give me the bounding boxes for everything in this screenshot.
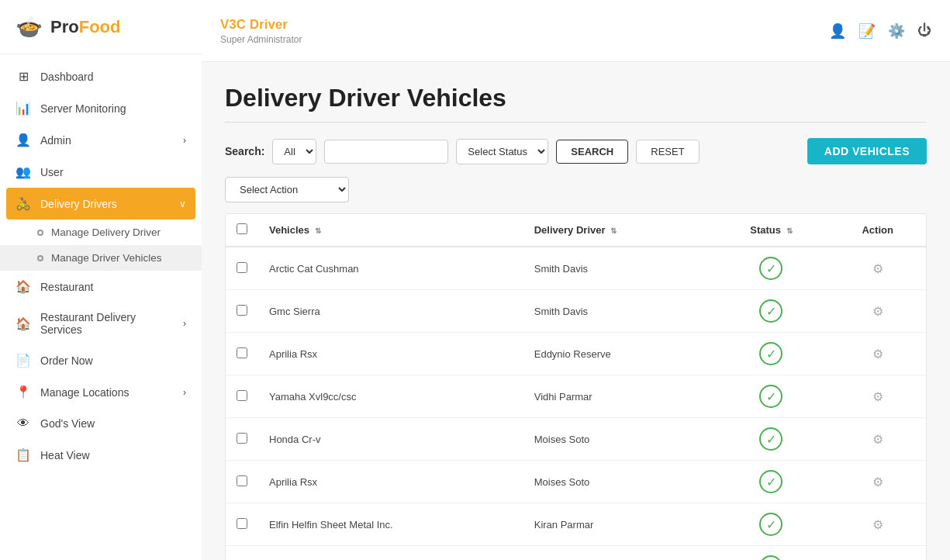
action-cell: ⚙: [829, 503, 926, 546]
status-badge: ✓: [759, 299, 782, 323]
sidebar-navigation: ⊞ Dashboard 📊 Server Monitoring 👤 Admin …: [0, 54, 202, 477]
vehicle-name: Aprilia Rsx: [258, 333, 523, 375]
search-input[interactable]: [324, 140, 448, 164]
delivery-drivers-icon: 🚴: [16, 196, 31, 211]
sidebar-item-label: Dashboard: [40, 71, 186, 83]
status-cell: ✓: [713, 290, 829, 333]
table-row: Gmc Sierra Smith Davis ✓ ⚙: [226, 290, 926, 333]
vehicle-name: Aprilia Rsx: [258, 461, 523, 503]
sidebar-item-label: User: [40, 166, 186, 178]
chevron-right-icon: ›: [183, 318, 186, 329]
sidebar-item-label: Server Monitoring: [40, 102, 186, 115]
sidebar-item-label: Admin: [40, 134, 174, 147]
gear-icon[interactable]: ⚙: [866, 257, 890, 280]
sidebar-item-server-monitoring[interactable]: 📊 Server Monitoring: [0, 92, 202, 124]
gear-icon[interactable]: ⚙: [866, 299, 890, 323]
driver-name: Vidhi Parmar: [523, 375, 713, 418]
restaurant-icon: 🏠: [16, 279, 31, 294]
sidebar-item-delivery-drivers[interactable]: 🚴 Delivery Drivers ∨: [6, 188, 195, 220]
sidebar-item-manage-delivery-driver[interactable]: Manage Delivery Driver: [0, 220, 202, 245]
row-checkbox[interactable]: [237, 262, 247, 273]
topbar-title: V3C Driver: [220, 17, 302, 33]
sidebar-item-manage-locations[interactable]: 📍 Manage Locations ›: [0, 376, 202, 408]
table-row: Aprilia Rsx Nyles Johnson ✓ ⚙: [226, 546, 926, 561]
sidebar-item-label: Delivery Drivers: [40, 198, 170, 210]
select-all-checkbox[interactable]: [237, 223, 247, 234]
sidebar-item-label: Order Now: [40, 354, 186, 367]
status-badge: ✓: [759, 555, 782, 560]
row-checkbox-cell: [226, 247, 258, 290]
gods-view-icon: 👁: [16, 417, 31, 430]
rds-icon: 🏠: [16, 316, 31, 331]
row-checkbox[interactable]: [237, 390, 247, 401]
status-badge: ✓: [759, 342, 782, 365]
row-checkbox[interactable]: [237, 518, 247, 529]
search-button[interactable]: SEARCH: [556, 140, 628, 164]
sidebar-item-dashboard[interactable]: ⊞ Dashboard: [0, 60, 202, 92]
gear-icon[interactable]: ⚙: [866, 513, 890, 536]
vehicle-name: Elfin Helfin Sheet Metal Inc.: [258, 503, 523, 546]
logo: 🍲 ProFood: [0, 0, 202, 54]
user-icon: 👥: [16, 164, 31, 179]
table-header: Vehicles ⇅ Delivery Driver ⇅ Status ⇅ Ac…: [226, 214, 926, 247]
sidebar-item-label: God's View: [40, 417, 186, 430]
vehicle-name: Gmc Sierra: [258, 290, 523, 333]
action-cell: ⚙: [829, 247, 926, 290]
gear-icon[interactable]: ⚙: [866, 555, 890, 560]
row-checkbox-cell: [226, 461, 258, 503]
sidebar-item-user[interactable]: 👥 User: [0, 156, 202, 188]
status-select[interactable]: Select Status Active Inactive: [456, 139, 548, 164]
gear-icon[interactable]: ⚙: [866, 427, 890, 451]
action-cell: ⚙: [829, 333, 926, 375]
topbar-user-info: V3C Driver Super Administrator: [220, 17, 302, 45]
vehicle-name: Aprilia Rsx: [258, 546, 523, 561]
status-badge: ✓: [759, 470, 782, 493]
search-label: Search:: [225, 145, 264, 157]
sidebar-item-restaurant[interactable]: 🏠 Restaurant: [0, 271, 202, 302]
driver-name: Moises Soto: [523, 418, 713, 461]
search-filter-select[interactable]: All: [272, 139, 316, 164]
sidebar-item-label: Heat View: [40, 449, 186, 461]
gear-icon[interactable]: ⚙: [866, 385, 890, 408]
table-row: Honda Cr-v Moises Soto ✓ ⚙: [226, 418, 926, 461]
row-checkbox[interactable]: [237, 433, 247, 444]
driver-name: Nyles Johnson: [523, 546, 713, 561]
gear-icon[interactable]: ⚙: [866, 470, 890, 493]
sort-icon: ⇅: [315, 226, 321, 235]
settings-icon[interactable]: ⚙️: [888, 22, 905, 40]
add-vehicles-button[interactable]: ADD VEHICLES: [807, 138, 927, 164]
status-badge: ✓: [759, 257, 782, 280]
logout-icon[interactable]: ⏻: [917, 22, 931, 39]
sidebar-item-restaurant-delivery-services[interactable]: 🏠 Restaurant Delivery Services ›: [0, 302, 202, 344]
row-checkbox[interactable]: [237, 347, 247, 358]
driver-name: Smith Davis: [523, 290, 713, 333]
user-profile-icon[interactable]: 👤: [829, 22, 846, 40]
sidebar-item-admin[interactable]: 👤 Admin ›: [0, 124, 202, 156]
col-delivery-driver[interactable]: Delivery Driver ⇅: [523, 214, 713, 247]
notifications-icon[interactable]: 📝: [858, 22, 876, 40]
dot-icon: [37, 255, 43, 261]
reset-button[interactable]: RESET: [636, 140, 699, 164]
gear-icon[interactable]: ⚙: [866, 342, 890, 365]
row-checkbox[interactable]: [237, 475, 247, 486]
action-select[interactable]: Select Action: [225, 177, 349, 202]
row-checkbox-cell: [226, 546, 258, 561]
sidebar-item-heat-view[interactable]: 📋 Heat View: [0, 439, 202, 471]
sidebar-item-gods-view[interactable]: 👁 God's View: [0, 408, 202, 439]
driver-name: Moises Soto: [523, 461, 713, 503]
row-checkbox-cell: [226, 375, 258, 418]
sub-item-label: Manage Delivery Driver: [51, 226, 161, 238]
col-status[interactable]: Status ⇅: [713, 214, 829, 247]
search-bar: Search: All Select Status Active Inactiv…: [225, 138, 927, 164]
action-cell: ⚙: [829, 418, 926, 461]
sort-icon: ⇅: [610, 226, 617, 235]
status-cell: ✓: [713, 375, 829, 418]
locations-icon: 📍: [16, 385, 31, 399]
row-checkbox[interactable]: [237, 305, 247, 316]
col-vehicles[interactable]: Vehicles ⇅: [258, 214, 523, 247]
logo-icon: 🍲: [16, 14, 43, 40]
sidebar: 🍲 ProFood ⊞ Dashboard 📊 Server Monitorin…: [0, 0, 202, 560]
sidebar-item-manage-driver-vehicles[interactable]: Manage Driver Vehicles: [0, 245, 202, 271]
sidebar-item-order-now[interactable]: 📄 Order Now: [0, 344, 202, 376]
status-badge: ✓: [759, 385, 782, 408]
